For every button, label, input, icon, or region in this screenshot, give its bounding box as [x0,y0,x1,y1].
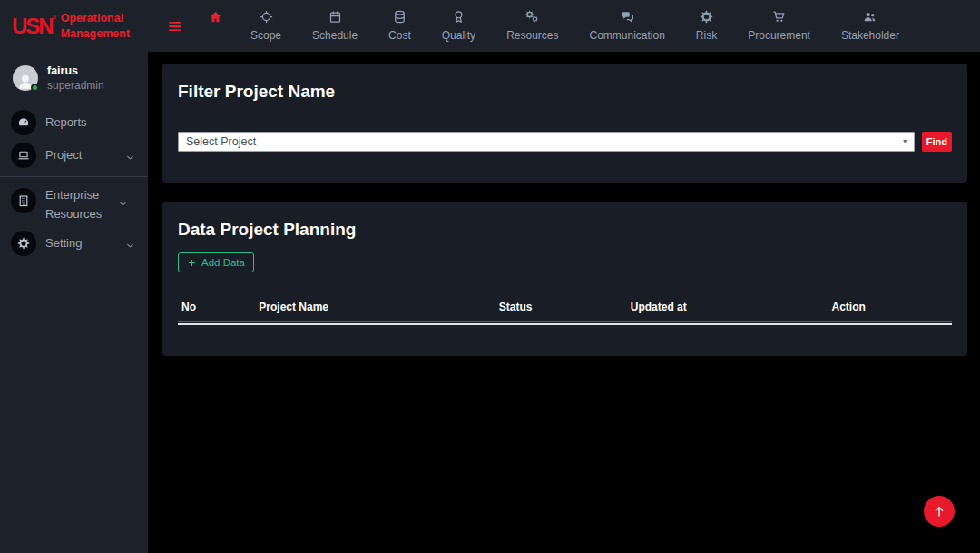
comments-icon [621,10,634,24]
top-navigation-bar: Scope Schedule Cost Quality Resources Co… [148,0,980,52]
nav-item-scope[interactable]: Scope [250,0,281,52]
column-header-action: Action [828,297,952,322]
nav-item-stakeholder[interactable]: Stakeholder [841,0,899,52]
bars-icon [167,18,183,35]
nav-label: Scope [250,29,281,42]
sidebar-item-setting[interactable]: Setting [0,227,148,260]
sidebar: fairus superadmin Reports Project Enterp… [0,52,148,553]
chevron-down-icon [125,238,135,248]
user-avatar[interactable] [13,65,38,91]
cogs-icon [525,10,539,24]
crosshair-icon [260,10,273,24]
table-header-underline [178,322,952,324]
main-content: Filter Project Name Select Project ▼ Fin… [148,52,980,553]
award-icon [452,10,466,24]
brand-title: Operational Management [61,11,130,41]
data-project-planning-card: Data Project Planning Add Data No Projec… [162,202,967,356]
logo-degree-mark: ° [53,15,54,25]
calendar-icon [328,10,342,24]
projects-table: No Project Name Status Updated at Action [178,297,952,325]
plus-icon [187,258,197,268]
sidebar-item-label: Setting [45,233,125,252]
nav-label: Schedule [312,29,358,42]
sidebar-item-project[interactable]: Project [0,139,148,172]
table-body-empty [178,322,952,324]
gear-icon [700,10,713,24]
column-header-updated-at: Updated at [627,297,828,322]
nav-item-cost[interactable]: Cost [388,0,411,52]
sidebar-item-enterprise-resources[interactable]: Enterprise Resources [0,182,148,227]
filter-card-title: Filter Project Name [178,82,952,102]
user-name: fairus [47,64,104,79]
table-header-row: No Project Name Status Updated at Action [178,297,952,322]
add-data-button[interactable]: Add Data [178,252,254,272]
home-icon [209,10,222,24]
brand-logo: USN° [12,15,54,37]
nav-item-communication[interactable]: Communication [589,0,664,52]
nav-label: Quality [442,29,475,42]
laptop-icon [11,143,36,168]
sidebar-item-label: Reports [45,113,135,132]
tachometer-icon [11,110,36,135]
nav-label: Cost [388,29,411,42]
sidebar-nav: Reports Project Enterprise Resources Set… [0,106,148,260]
chevron-down-icon [125,150,135,160]
nav-item-procurement[interactable]: Procurement [748,0,810,52]
nav-label: Resources [506,29,558,42]
nav-label: Risk [696,29,717,42]
user-role: superadmin [47,79,104,92]
nav-label: Procurement [748,29,810,42]
find-button[interactable]: Find [922,132,952,152]
add-data-label: Add Data [201,257,245,268]
scroll-to-top-button[interactable] [924,496,955,527]
nav-item-home[interactable] [209,0,222,52]
nav-item-schedule[interactable]: Schedule [312,0,358,52]
hamburger-menu-button[interactable] [167,18,183,35]
column-header-status: Status [495,297,627,322]
building-icon [11,188,36,213]
app-window: USN° Operational Management Scope Schedu… [0,0,980,553]
planning-card-title: Data Project Planning [178,220,952,240]
user-panel: fairus superadmin [0,61,148,101]
sidebar-item-reports[interactable]: Reports [0,106,148,139]
arrow-up-icon [932,504,946,518]
cart-icon [772,10,786,24]
sidebar-divider [0,176,148,177]
project-select-wrapper: Select Project ▼ [178,132,915,152]
project-select[interactable]: Select Project [178,132,915,152]
filter-project-card: Filter Project Name Select Project ▼ Fin… [162,64,967,183]
column-header-no: No [178,297,255,322]
database-icon [393,10,407,24]
filter-row: Select Project ▼ Find [178,132,952,152]
nav-item-quality[interactable]: Quality [442,0,475,52]
user-info: fairus superadmin [47,64,104,92]
nav-item-risk[interactable]: Risk [696,0,717,52]
sidebar-item-label: Enterprise Resources [45,185,118,223]
nav-label: Communication [589,29,664,42]
nav-item-resources[interactable]: Resources [506,0,558,52]
column-header-project-name: Project Name [255,297,495,322]
chevron-down-icon [118,196,128,206]
users-icon [863,10,877,24]
nav-label: Stakeholder [841,29,899,42]
brand-area[interactable]: USN° Operational Management [0,0,148,52]
gear-icon [11,231,36,256]
online-status-dot [31,84,39,92]
sidebar-item-label: Project [45,145,125,164]
